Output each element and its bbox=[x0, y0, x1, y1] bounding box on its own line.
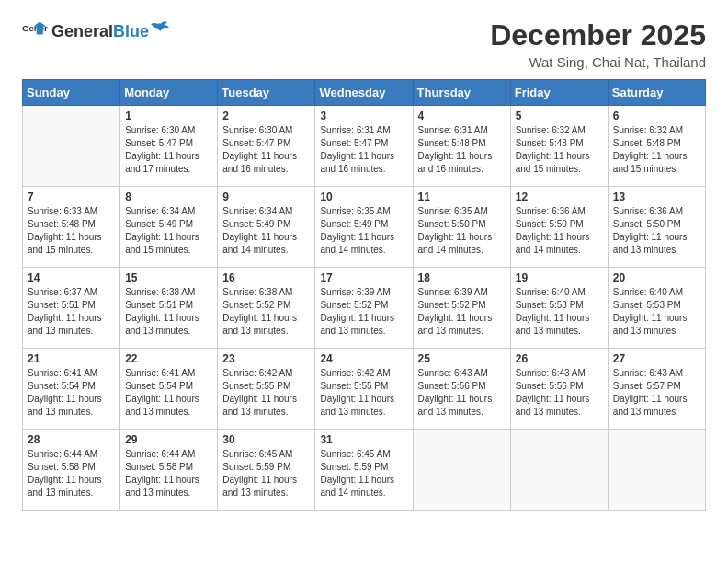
day-number: 12 bbox=[516, 190, 603, 203]
calendar-cell: 27Sunrise: 6:43 AMSunset: 5:57 PMDayligh… bbox=[608, 349, 705, 430]
day-number: 6 bbox=[613, 109, 700, 122]
calendar-cell bbox=[608, 430, 705, 511]
day-number: 31 bbox=[320, 433, 407, 446]
calendar-cell: 2Sunrise: 6:30 AMSunset: 5:47 PMDaylight… bbox=[218, 106, 315, 187]
day-info: Sunrise: 6:42 AMSunset: 5:55 PMDaylight:… bbox=[222, 367, 310, 419]
day-info: Sunrise: 6:33 AMSunset: 5:48 PMDaylight:… bbox=[28, 205, 115, 257]
calendar-week-row: 21Sunrise: 6:41 AMSunset: 5:54 PMDayligh… bbox=[23, 349, 706, 430]
calendar-cell: 26Sunrise: 6:43 AMSunset: 5:56 PMDayligh… bbox=[510, 349, 608, 430]
calendar-week-row: 14Sunrise: 6:37 AMSunset: 5:51 PMDayligh… bbox=[23, 268, 706, 349]
day-number: 28 bbox=[28, 433, 115, 446]
day-info: Sunrise: 6:35 AMSunset: 5:50 PMDaylight:… bbox=[418, 205, 506, 257]
calendar-cell: 6Sunrise: 6:32 AMSunset: 5:48 PMDaylight… bbox=[608, 106, 705, 187]
day-info: Sunrise: 6:44 AMSunset: 5:58 PMDaylight:… bbox=[28, 448, 115, 500]
calendar-cell: 1Sunrise: 6:30 AMSunset: 5:47 PMDaylight… bbox=[120, 106, 218, 187]
day-info: Sunrise: 6:45 AMSunset: 5:59 PMDaylight:… bbox=[222, 448, 310, 500]
calendar-cell: 13Sunrise: 6:36 AMSunset: 5:50 PMDayligh… bbox=[608, 187, 705, 268]
header: General General Blue December 2025 Wat S… bbox=[22, 18, 706, 70]
day-info: Sunrise: 6:32 AMSunset: 5:48 PMDaylight:… bbox=[516, 124, 603, 176]
day-number: 5 bbox=[516, 109, 603, 122]
day-info: Sunrise: 6:41 AMSunset: 5:54 PMDaylight:… bbox=[28, 367, 115, 419]
weekday-header-tuesday: Tuesday bbox=[218, 80, 315, 106]
calendar-cell: 31Sunrise: 6:45 AMSunset: 5:59 PMDayligh… bbox=[315, 430, 413, 511]
logo: General General Blue bbox=[22, 18, 169, 44]
calendar-cell: 23Sunrise: 6:42 AMSunset: 5:55 PMDayligh… bbox=[218, 349, 315, 430]
calendar-cell: 28Sunrise: 6:44 AMSunset: 5:58 PMDayligh… bbox=[23, 430, 120, 511]
logo-text-blue: Blue bbox=[113, 22, 149, 41]
logo-bird-icon bbox=[151, 18, 169, 37]
day-info: Sunrise: 6:43 AMSunset: 5:56 PMDaylight:… bbox=[418, 367, 506, 419]
day-info: Sunrise: 6:38 AMSunset: 5:52 PMDaylight:… bbox=[222, 286, 310, 338]
calendar-cell: 4Sunrise: 6:31 AMSunset: 5:48 PMDaylight… bbox=[413, 106, 510, 187]
day-info: Sunrise: 6:38 AMSunset: 5:51 PMDaylight:… bbox=[125, 286, 212, 338]
calendar-cell bbox=[413, 430, 510, 511]
day-number: 27 bbox=[613, 352, 700, 365]
day-number: 25 bbox=[418, 352, 506, 365]
weekday-header-friday: Friday bbox=[510, 80, 608, 106]
day-number: 8 bbox=[125, 190, 212, 203]
day-info: Sunrise: 6:34 AMSunset: 5:49 PMDaylight:… bbox=[222, 205, 310, 257]
calendar-cell: 25Sunrise: 6:43 AMSunset: 5:56 PMDayligh… bbox=[413, 349, 510, 430]
day-info: Sunrise: 6:41 AMSunset: 5:54 PMDaylight:… bbox=[125, 367, 212, 419]
calendar-week-row: 28Sunrise: 6:44 AMSunset: 5:58 PMDayligh… bbox=[23, 430, 706, 511]
day-info: Sunrise: 6:44 AMSunset: 5:58 PMDaylight:… bbox=[125, 448, 212, 500]
day-number: 9 bbox=[222, 190, 310, 203]
day-number: 21 bbox=[28, 352, 115, 365]
day-info: Sunrise: 6:31 AMSunset: 5:47 PMDaylight:… bbox=[320, 124, 407, 176]
calendar-cell: 30Sunrise: 6:45 AMSunset: 5:59 PMDayligh… bbox=[218, 430, 315, 511]
calendar-cell: 8Sunrise: 6:34 AMSunset: 5:49 PMDaylight… bbox=[120, 187, 218, 268]
weekday-header-thursday: Thursday bbox=[413, 80, 510, 106]
weekday-header-monday: Monday bbox=[120, 80, 218, 106]
day-number: 29 bbox=[125, 433, 212, 446]
calendar-cell bbox=[510, 430, 608, 511]
day-number: 13 bbox=[613, 190, 700, 203]
calendar-table: SundayMondayTuesdayWednesdayThursdayFrid… bbox=[22, 79, 706, 511]
title-block: December 2025 Wat Sing, Chai Nat, Thaila… bbox=[490, 18, 706, 70]
weekday-header-wednesday: Wednesday bbox=[315, 80, 413, 106]
calendar-cell: 17Sunrise: 6:39 AMSunset: 5:52 PMDayligh… bbox=[315, 268, 413, 349]
calendar-header-row: SundayMondayTuesdayWednesdayThursdayFrid… bbox=[23, 80, 706, 106]
day-number: 18 bbox=[418, 271, 506, 284]
calendar-cell: 15Sunrise: 6:38 AMSunset: 5:51 PMDayligh… bbox=[120, 268, 218, 349]
day-info: Sunrise: 6:30 AMSunset: 5:47 PMDaylight:… bbox=[125, 124, 212, 176]
day-number: 23 bbox=[222, 352, 310, 365]
day-number: 11 bbox=[418, 190, 506, 203]
day-info: Sunrise: 6:39 AMSunset: 5:52 PMDaylight:… bbox=[418, 286, 506, 338]
calendar-cell: 5Sunrise: 6:32 AMSunset: 5:48 PMDaylight… bbox=[510, 106, 608, 187]
calendar-cell: 24Sunrise: 6:42 AMSunset: 5:55 PMDayligh… bbox=[315, 349, 413, 430]
calendar-cell: 16Sunrise: 6:38 AMSunset: 5:52 PMDayligh… bbox=[218, 268, 315, 349]
day-number: 30 bbox=[222, 433, 310, 446]
calendar-cell: 10Sunrise: 6:35 AMSunset: 5:49 PMDayligh… bbox=[315, 187, 413, 268]
day-info: Sunrise: 6:36 AMSunset: 5:50 PMDaylight:… bbox=[613, 205, 700, 257]
calendar-cell: 19Sunrise: 6:40 AMSunset: 5:53 PMDayligh… bbox=[510, 268, 608, 349]
day-number: 14 bbox=[28, 271, 115, 284]
day-number: 15 bbox=[125, 271, 212, 284]
day-number: 17 bbox=[320, 271, 407, 284]
day-number: 1 bbox=[125, 109, 212, 122]
calendar-cell: 21Sunrise: 6:41 AMSunset: 5:54 PMDayligh… bbox=[23, 349, 120, 430]
logo-text-general: General bbox=[51, 22, 113, 41]
day-info: Sunrise: 6:40 AMSunset: 5:53 PMDaylight:… bbox=[613, 286, 700, 338]
calendar-cell: 14Sunrise: 6:37 AMSunset: 5:51 PMDayligh… bbox=[23, 268, 120, 349]
calendar-week-row: 1Sunrise: 6:30 AMSunset: 5:47 PMDaylight… bbox=[23, 106, 706, 187]
day-info: Sunrise: 6:43 AMSunset: 5:57 PMDaylight:… bbox=[613, 367, 700, 419]
day-info: Sunrise: 6:34 AMSunset: 5:49 PMDaylight:… bbox=[125, 205, 212, 257]
day-number: 10 bbox=[320, 190, 407, 203]
calendar-cell: 29Sunrise: 6:44 AMSunset: 5:58 PMDayligh… bbox=[120, 430, 218, 511]
day-info: Sunrise: 6:31 AMSunset: 5:48 PMDaylight:… bbox=[418, 124, 506, 176]
day-info: Sunrise: 6:40 AMSunset: 5:53 PMDaylight:… bbox=[516, 286, 603, 338]
day-number: 2 bbox=[222, 109, 310, 122]
day-info: Sunrise: 6:45 AMSunset: 5:59 PMDaylight:… bbox=[320, 448, 407, 500]
day-info: Sunrise: 6:30 AMSunset: 5:47 PMDaylight:… bbox=[222, 124, 310, 176]
day-info: Sunrise: 6:32 AMSunset: 5:48 PMDaylight:… bbox=[613, 124, 700, 176]
day-info: Sunrise: 6:35 AMSunset: 5:49 PMDaylight:… bbox=[320, 205, 407, 257]
day-number: 4 bbox=[418, 109, 506, 122]
calendar-cell: 22Sunrise: 6:41 AMSunset: 5:54 PMDayligh… bbox=[120, 349, 218, 430]
calendar-cell: 9Sunrise: 6:34 AMSunset: 5:49 PMDaylight… bbox=[218, 187, 315, 268]
calendar-week-row: 7Sunrise: 6:33 AMSunset: 5:48 PMDaylight… bbox=[23, 187, 706, 268]
day-info: Sunrise: 6:37 AMSunset: 5:51 PMDaylight:… bbox=[28, 286, 115, 338]
day-info: Sunrise: 6:39 AMSunset: 5:52 PMDaylight:… bbox=[320, 286, 407, 338]
calendar-cell: 11Sunrise: 6:35 AMSunset: 5:50 PMDayligh… bbox=[413, 187, 510, 268]
calendar-cell: 3Sunrise: 6:31 AMSunset: 5:47 PMDaylight… bbox=[315, 106, 413, 187]
day-number: 19 bbox=[516, 271, 603, 284]
